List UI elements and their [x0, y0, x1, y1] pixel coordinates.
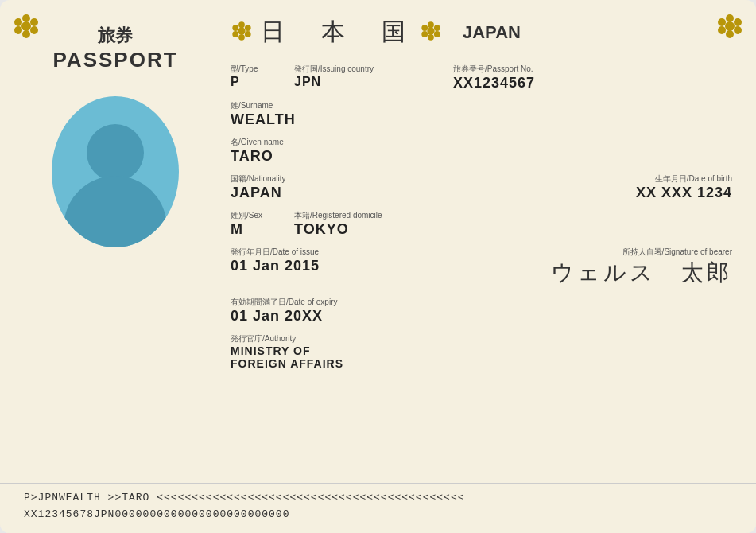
row-authority: 発行官庁/Authority MINISTRY OF FOREIGN AFFAI…: [231, 331, 732, 375]
signature-value: ウェルス 太郎: [431, 258, 732, 288]
svg-point-4: [14, 26, 22, 34]
corner-flower-top-right: [715, 12, 744, 46]
given-name-label: 名/Given name: [231, 137, 732, 148]
silhouette-body: [64, 176, 167, 247]
svg-point-24: [428, 33, 434, 40]
passport-title-jp: 旅券: [52, 24, 177, 48]
authority-value: MINISTRY OF FOREIGN AFFAIRS: [231, 344, 732, 370]
svg-point-14: [238, 21, 245, 28]
expiry-label: 有効期間満了日/Date of expiry: [231, 297, 732, 308]
svg-point-12: [718, 18, 726, 26]
svg-point-6: [21, 21, 31, 31]
corner-flower-top-left: [12, 12, 41, 46]
issue-date-label: 発行年月日/Date of issue: [231, 247, 431, 258]
svg-point-17: [238, 33, 245, 40]
fields-section: 型/Type P 発行国/Issuing country JPN 旅券番号/Pa…: [231, 61, 732, 375]
svg-point-5: [14, 18, 22, 26]
expiry-value: 01 Jan 20XX: [231, 308, 732, 325]
japan-kanji: 日 本 国: [261, 16, 412, 49]
svg-point-11: [718, 26, 726, 34]
row-issue-signature: 発行年月日/Date of issue 01 Jan 2015 所持人自署/Si…: [231, 244, 732, 293]
given-name-value: TARO: [231, 148, 732, 165]
surname-label: 姓/Surname: [231, 100, 732, 111]
row-nationality-dob: 国籍/Nationality JAPAN 生年月日/Date of birth …: [231, 171, 732, 206]
type-label: 型/Type: [231, 64, 294, 75]
row-sex-domicile: 姓別/Sex M 本籍/Registered domicile TOKYO: [231, 208, 732, 243]
dob-value: XX XXX 1234: [482, 185, 733, 201]
surname-field: 姓/Surname WEALTH: [231, 98, 732, 133]
passport-no-label: 旅券番号/Passport No.: [453, 64, 732, 75]
nationality-field: 国籍/Nationality JAPAN: [231, 171, 482, 206]
passport-no-value: XX1234567: [453, 75, 732, 91]
svg-point-16: [245, 31, 251, 37]
nationality-label: 国籍/Nationality: [231, 173, 482, 185]
surname-value: WEALTH: [231, 111, 732, 128]
svg-point-2: [30, 26, 38, 34]
header-flower-left: [231, 20, 253, 45]
passport-no-field: 旅券番号/Passport No. XX1234567: [453, 61, 732, 96]
sex-value: M: [231, 221, 294, 238]
svg-point-7: [726, 14, 734, 22]
given-name-field: 名/Given name TARO: [231, 134, 732, 169]
svg-point-1: [30, 18, 38, 26]
row-expiry: 有効期間満了日/Date of expiry 01 Jan 20XX: [231, 294, 732, 329]
sex-field: 姓別/Sex M: [231, 208, 294, 243]
type-value: P: [231, 75, 294, 89]
passport-photo: [52, 96, 179, 247]
authority-label: 発行官庁/Authority: [231, 333, 732, 344]
row-given-name: 名/Given name TARO: [231, 134, 732, 169]
svg-point-9: [734, 26, 742, 34]
passport-title-en: PASSPORT: [52, 48, 177, 72]
japan-en: JAPAN: [463, 22, 521, 43]
svg-point-25: [421, 31, 428, 37]
dob-field: 生年月日/Date of birth XX XXX 1234: [482, 171, 733, 206]
domicile-value: TOKYO: [294, 221, 732, 238]
dob-label: 生年月日/Date of birth: [482, 173, 733, 185]
svg-point-20: [238, 27, 245, 34]
svg-point-3: [22, 30, 30, 38]
domicile-label: 本籍/Registered domicile: [294, 210, 732, 221]
domicile-field: 本籍/Registered domicile TOKYO: [294, 208, 732, 243]
svg-point-15: [245, 25, 251, 31]
issue-date-field: 発行年月日/Date of issue 01 Jan 2015: [231, 244, 431, 293]
issue-date-value: 01 Jan 2015: [231, 258, 431, 274]
svg-point-13: [725, 21, 735, 31]
svg-point-23: [434, 31, 440, 37]
svg-point-0: [22, 14, 30, 22]
passport-right-column: 日 本 国 JAPAN: [207, 16, 732, 475]
authority-field: 発行官庁/Authority MINISTRY OF FOREIGN AFFAI…: [231, 331, 732, 375]
header-flower-right: [420, 20, 442, 45]
row-surname: 姓/Surname WEALTH: [231, 98, 732, 133]
signature-label: 所持人自署/Signature of bearer: [431, 247, 732, 258]
svg-point-27: [427, 27, 434, 34]
svg-point-8: [734, 18, 742, 26]
svg-point-18: [232, 31, 238, 37]
type-field: 型/Type P: [231, 61, 294, 96]
passport-header: 日 本 国 JAPAN: [231, 16, 732, 49]
mrz-zone: P>JPNWEALTH >>TARO <<<<<<<<<<<<<<<<<<<<<…: [0, 483, 756, 533]
issuing-country-field: 発行国/Issuing country JPN: [294, 61, 453, 96]
passport-left-column: 旅券 PASSPORT: [24, 16, 207, 475]
expiry-field: 有効期間満了日/Date of expiry 01 Jan 20XX: [231, 294, 732, 329]
svg-point-26: [421, 25, 428, 31]
mrz-line-2: XX12345678JPN0000000000000000000000000: [24, 507, 732, 523]
issuing-country-value: JPN: [294, 75, 453, 89]
silhouette-head: [87, 124, 144, 181]
passport-title-block: 旅券 PASSPORT: [52, 24, 177, 72]
mrz-line-1: P>JPNWEALTH >>TARO <<<<<<<<<<<<<<<<<<<<<…: [24, 490, 732, 507]
signature-field: 所持人自署/Signature of bearer ウェルス 太郎: [431, 244, 732, 293]
sex-label: 姓別/Sex: [231, 210, 294, 221]
svg-point-19: [232, 25, 238, 31]
issuing-country-label: 発行国/Issuing country: [294, 64, 453, 75]
passport-card: 旅券 PASSPORT: [0, 0, 756, 533]
svg-point-21: [428, 21, 434, 28]
svg-point-22: [434, 25, 440, 31]
nationality-value: JAPAN: [231, 185, 482, 201]
svg-point-10: [726, 30, 734, 38]
row-type-country-no: 型/Type P 発行国/Issuing country JPN 旅券番号/Pa…: [231, 61, 732, 96]
